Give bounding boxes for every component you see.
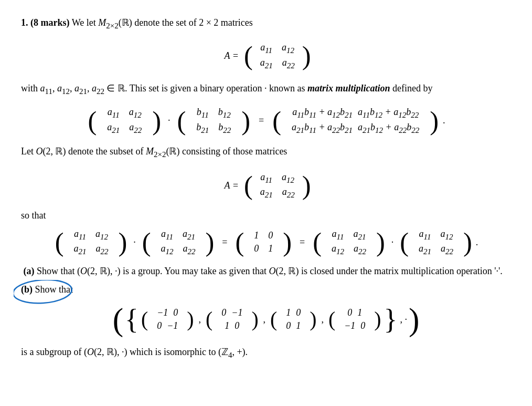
matrix-orth3: a11 a21 a12 a22 xyxy=(326,227,371,257)
matrix-A: a11 a12 a21 a22 xyxy=(255,41,300,71)
part-b-container: (b) Show that xyxy=(21,284,511,295)
matrix-orth1: a11 a12 a21 a22 xyxy=(68,227,113,257)
problem-header: 1. (8 marks) We let M2×2(ℝ) denote the s… xyxy=(21,16,511,32)
rpm2: ) xyxy=(251,309,258,330)
lp5: ( xyxy=(244,172,253,199)
rp2: ) xyxy=(152,108,161,134)
intro-text: We let M2×2(ℝ) denote the set of 2 × 2 m… xyxy=(72,17,253,28)
matrix-identity: 1 0 0 1 xyxy=(249,229,278,255)
set-matrix-3: 1 0 0 1 xyxy=(281,306,306,332)
so-that-text: so that xyxy=(21,210,511,221)
lpm3: ( xyxy=(270,309,277,330)
lp10: ( xyxy=(400,229,409,255)
bottom-text: is a subgroup of (O(2, ℝ), ·) which is i… xyxy=(21,344,511,362)
lp7: ( xyxy=(142,229,151,255)
rpm4: ) xyxy=(374,309,381,330)
part-a-label: (a) xyxy=(24,266,35,276)
outer-left-paren: ( xyxy=(113,304,123,336)
lpm2: ( xyxy=(206,309,212,330)
lpm4: ( xyxy=(328,309,335,330)
rp7: ) xyxy=(206,229,215,255)
rp4: ) xyxy=(430,108,439,134)
matrix-orth2: a11 a21 a12 a22 xyxy=(156,227,201,257)
rp9: ) xyxy=(376,229,385,255)
set-matrix-2: 0 −1 1 0 xyxy=(216,306,248,332)
matrix-A2: a11 a12 a21 a22 xyxy=(255,171,300,201)
lpm1: ( xyxy=(141,309,148,330)
outer-right-paren: ) xyxy=(409,304,419,336)
left-curly: { xyxy=(125,305,139,334)
matrix-A-definition: A = ( a11 a12 a21 a22 ) xyxy=(21,41,511,71)
lp8: ( xyxy=(235,229,244,255)
problem-marks: (8 marks) xyxy=(30,17,70,28)
part-a: (a) Show that (O(2, ℝ), ·) is a group. Y… xyxy=(21,264,511,279)
with-text-paragraph: with a11, a12, a21, a22 ∈ ℝ. This set is… xyxy=(21,80,511,98)
lp6: ( xyxy=(55,229,64,255)
rp8: ) xyxy=(283,229,292,255)
left-paren-1: ( xyxy=(244,43,253,69)
problem-container: 1. (8 marks) We let M2×2(ℝ) denote the s… xyxy=(21,16,511,362)
lp4: ( xyxy=(272,108,281,134)
rp5: ) xyxy=(302,172,311,199)
matrix-A-definition-2: A = ( a11 a12 a21 a22 ) xyxy=(21,171,511,201)
rpm1: ) xyxy=(187,309,194,330)
svg-point-0 xyxy=(14,280,72,304)
matrix-mult-definition: ( a11 a12 a21 a22 ) · ( b11 b12 b21 b22 … xyxy=(21,106,511,136)
rp10: ) xyxy=(463,229,472,255)
O-definition-text: Let O(2, ℝ) denote the subset of M2×2(ℝ)… xyxy=(21,143,511,161)
part-a-text: Show that (O(2, ℝ), ·) is a group. You m… xyxy=(37,266,503,276)
lp2: ( xyxy=(88,108,97,134)
set-matrix-4: 0 1 −1 0 xyxy=(339,306,370,332)
rp3: ) xyxy=(241,108,250,134)
orthogonal-condition: ( a11 a12 a21 a22 ) · ( a11 a21 a12 a22 … xyxy=(21,227,511,257)
right-paren-1: ) xyxy=(302,43,311,69)
set-of-matrices: ( { ( −1 0 0 −1 ) , ( 0 −1 1 0 xyxy=(21,304,511,336)
rp6: ) xyxy=(118,229,127,255)
matrix-row-1: a11 a12 xyxy=(255,41,300,56)
part-b-label-wrap: (b) Show that xyxy=(21,284,73,295)
rpm3: ) xyxy=(310,309,316,330)
circle-annotation xyxy=(14,280,74,304)
matrix-left: a11 a12 a21 a22 xyxy=(102,106,147,136)
problem-number: 1. xyxy=(21,17,28,28)
matrix-row-2: a21 a22 xyxy=(255,56,300,71)
set-matrix-1: −1 0 0 −1 xyxy=(152,306,183,332)
lp9: ( xyxy=(313,229,322,255)
matrix-orth4: a11 a12 a21 a22 xyxy=(413,227,459,257)
right-curly: } xyxy=(384,305,397,334)
lp3: ( xyxy=(177,108,186,134)
matrix-product: a11b11 + a12b21 a11b12 + a12b22 a21b11 +… xyxy=(286,106,424,136)
matrix-b: b11 b12 b21 b22 xyxy=(191,106,236,136)
